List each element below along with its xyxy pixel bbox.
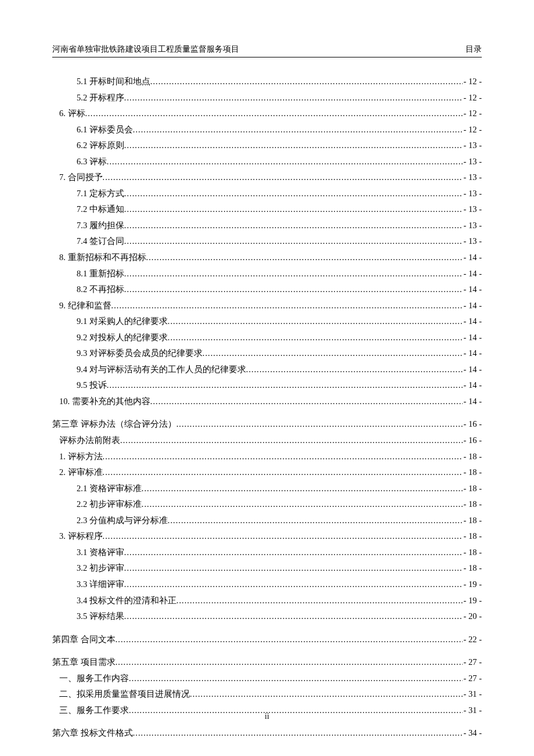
toc-leader-dots: ........................................… [124, 138, 463, 154]
toc-entry[interactable]: 3.1 资格评审................................… [52, 545, 482, 561]
toc-page: - 22 - [463, 632, 482, 648]
toc-entry[interactable]: 9.2 对投标人的纪律要求...........................… [52, 330, 482, 346]
toc-leader-dots: ........................................… [124, 218, 463, 234]
toc-label: 5.1 开标时间和地点 [77, 74, 150, 90]
toc-entry[interactable]: 8.2 不再招标................................… [52, 282, 482, 298]
toc-label: 6.1 评标委员会 [77, 122, 133, 138]
toc-label: 一、服务工作内容 [59, 671, 129, 687]
toc-label: 7.4 签订合同 [77, 233, 124, 250]
toc-page: - 13 - [463, 170, 482, 186]
toc-entry[interactable]: 3.4 投标文件的澄清和补正..........................… [52, 593, 482, 609]
toc-entry[interactable]: 7.1 定标方式................................… [52, 186, 482, 202]
toc-entry[interactable]: 9.3 对评标委员会成员的纪律要求.......................… [52, 345, 482, 362]
toc-entry[interactable]: 评标办法前附表.................................… [52, 433, 482, 449]
header-title: 河南省单独审批铁路建设项目工程质量监督服务项目 [52, 44, 239, 55]
toc-label: 7.2 中标通知 [77, 201, 124, 218]
toc-entry[interactable]: 10. 需要补充的其他内容...........................… [52, 394, 482, 410]
toc-label: 3. 评标程序 [59, 528, 103, 545]
toc-page: - 14 - [463, 362, 482, 378]
toc-page: - 31 - [463, 686, 482, 703]
toc-entry[interactable]: 7.2 中标通知................................… [52, 201, 482, 218]
toc-leader-dots: ........................................… [129, 671, 463, 687]
toc-entry[interactable]: 8. 重新招标和不再招标............................… [52, 250, 482, 266]
toc-entry[interactable]: 二、拟采用质量监督项目进展情况.........................… [52, 686, 482, 703]
header-section: 目录 [466, 44, 482, 55]
toc-page: - 14 - [463, 377, 482, 394]
toc-entry[interactable]: 9.4 对与评标活动有关的工作人员的纪律要求..................… [52, 362, 482, 378]
toc-page: - 13 - [463, 186, 482, 202]
toc-entry[interactable]: 6.1 评标委员会...............................… [52, 122, 482, 138]
toc-page: - 13 - [463, 138, 482, 154]
toc-page: - 14 - [463, 314, 482, 330]
toc-label: 7.3 履约担保 [77, 218, 124, 234]
toc-entry[interactable]: 7.3 履约担保................................… [52, 218, 482, 234]
toc-entry[interactable]: 2.1 资格评审标准..............................… [52, 481, 482, 497]
toc-entry[interactable]: 2.2 初步评审标准..............................… [52, 496, 482, 513]
toc-entry[interactable]: 5.1 开标时间和地点.............................… [52, 74, 482, 90]
toc-page: - 19 - [463, 593, 482, 609]
toc-leader-dots: ........................................… [124, 266, 463, 282]
toc-leader-dots: ........................................… [124, 90, 463, 106]
toc-entry[interactable]: 第三章 评标办法（综合评分法）.........................… [52, 416, 482, 433]
toc-entry[interactable]: 6.2 评标原则................................… [52, 138, 482, 154]
toc-entry[interactable]: 7. 合同授予.................................… [52, 170, 482, 186]
toc-entry[interactable]: 第四章 合同文本................................… [52, 632, 482, 648]
toc-entry[interactable]: 第六章 投标文件格式..............................… [52, 725, 482, 741]
toc-leader-dots: ........................................… [124, 282, 463, 298]
toc-label: 6.3 评标 [77, 154, 107, 170]
toc-label: 5.2 开标程序 [77, 90, 124, 106]
toc-page: - 12 - [463, 106, 482, 122]
toc-label: 3.2 初步评审 [77, 560, 124, 577]
toc-entry[interactable]: 6. 评标...................................… [52, 106, 482, 122]
toc-page: - 13 - [463, 201, 482, 218]
toc-entry[interactable]: 1. 评标方法.................................… [52, 449, 482, 465]
toc-label: 3.1 资格评审 [77, 545, 124, 561]
toc-leader-dots: ........................................… [146, 250, 463, 266]
toc-label: 第六章 投标文件格式 [52, 725, 133, 741]
toc-entry[interactable]: 3.2 初步评审................................… [52, 560, 482, 577]
toc-label: 2. 评审标准 [59, 465, 103, 481]
toc-entry[interactable]: 第五章 项目需求................................… [52, 654, 482, 671]
toc-leader-dots: ........................................… [107, 377, 463, 394]
toc-entry[interactable]: 3.5 评标结果................................… [52, 609, 482, 625]
toc-label: 6.2 评标原则 [77, 138, 124, 154]
toc-page: - 16 - [463, 416, 482, 433]
toc-entry[interactable]: 9.1 对采购人的纪律要求...........................… [52, 314, 482, 330]
toc-entry[interactable]: 9. 纪律和监督................................… [52, 298, 482, 314]
toc-label: 8.1 重新招标 [77, 266, 124, 282]
toc-label: 9.1 对采购人的纪律要求 [77, 314, 168, 330]
toc-leader-dots: ........................................… [150, 394, 463, 410]
toc-entry[interactable]: 3.3 详细评审................................… [52, 577, 482, 593]
toc-label: 第五章 项目需求 [52, 654, 116, 671]
page-number: ii [0, 712, 534, 721]
toc-leader-dots: ........................................… [124, 233, 463, 250]
toc-page: - 12 - [463, 122, 482, 138]
toc-page: - 18 - [463, 528, 482, 545]
toc-leader-dots: ........................................… [246, 362, 463, 378]
toc-page: - 14 - [463, 330, 482, 346]
toc-page: - 14 - [463, 345, 482, 362]
toc-entry[interactable]: 一、服务工作内容................................… [52, 671, 482, 687]
toc-page: - 20 - [463, 609, 482, 625]
toc-entry[interactable]: 5.2 开标程序................................… [52, 90, 482, 106]
toc-page: - 14 - [463, 282, 482, 298]
toc-entry[interactable]: 3. 评标程序.................................… [52, 528, 482, 545]
toc-label: 2.2 初步评审标准 [77, 496, 142, 513]
toc-label: 9.2 对投标人的纪律要求 [77, 330, 168, 346]
toc-leader-dots: ........................................… [124, 609, 463, 625]
toc-page: - 18 - [463, 545, 482, 561]
toc-page: - 18 - [463, 481, 482, 497]
toc-page: - 14 - [463, 394, 482, 410]
toc-leader-dots: ........................................… [124, 201, 463, 218]
toc-page: - 12 - [463, 74, 482, 90]
toc-entry[interactable]: 9.5 投诉..................................… [52, 377, 482, 394]
toc-entry[interactable]: 7.4 签订合同................................… [52, 233, 482, 250]
toc-page: - 13 - [463, 233, 482, 250]
toc-label: 第四章 合同文本 [52, 632, 116, 648]
toc-entry[interactable]: 2. 评审标准.................................… [52, 465, 482, 481]
toc-label: 7.1 定标方式 [77, 186, 124, 202]
toc-entry[interactable]: 8.1 重新招标................................… [52, 266, 482, 282]
toc-leader-dots: ........................................… [124, 560, 463, 577]
toc-entry[interactable]: 6.3 评标..................................… [52, 154, 482, 170]
toc-entry[interactable]: 2.3 分值构成与评分标准...........................… [52, 513, 482, 529]
